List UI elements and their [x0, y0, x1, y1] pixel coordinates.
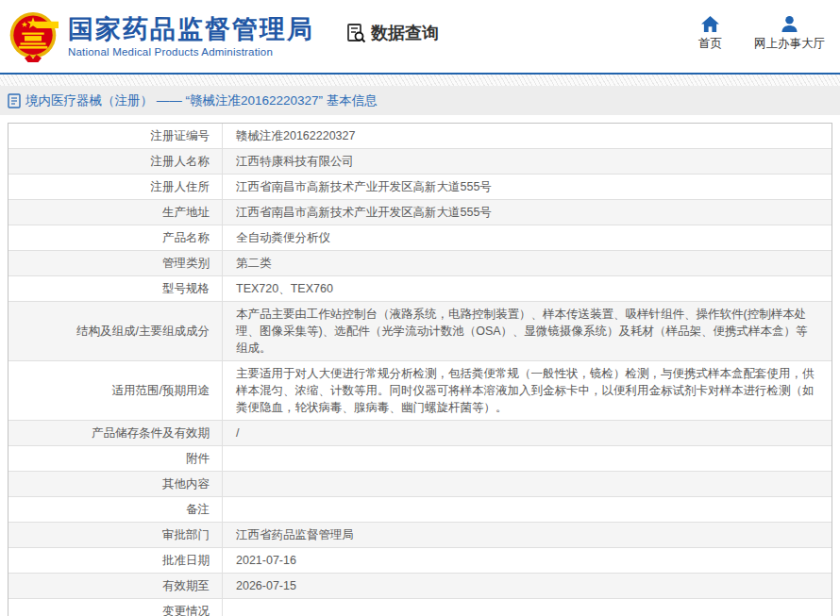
row-label: 注册证编号: [8, 124, 223, 148]
row-value: 全自动粪便分析仪: [223, 225, 832, 250]
breadcrumb: 境内医疗器械（注册） —— “赣械注准20162220327” 基本信息: [0, 86, 840, 115]
document-search-icon: [344, 22, 367, 44]
row-value: /: [223, 421, 832, 445]
table-row: 生产地址江西省南昌市高新技术产业开发区高新大道555号: [8, 199, 832, 225]
table-row: 注册人住所江西省南昌市高新技术产业开发区高新大道555号: [8, 174, 832, 199]
page-title: 境内医疗器械（注册） —— “赣械注准20162220327” 基本信息: [25, 92, 378, 109]
row-label-text: 注册人名称: [151, 153, 210, 170]
row-label: 注册人名称: [8, 149, 223, 174]
row-label: 附件: [8, 446, 223, 471]
row-label-text: 注册人住所: [151, 178, 210, 195]
row-label-text: 产品储存条件及有效期: [92, 425, 210, 441]
row-label-text: 产品名称: [162, 229, 210, 246]
data-query-label: 数据查询: [371, 22, 439, 44]
table-row: 产品名称全自动粪便分析仪: [8, 225, 832, 250]
national-emblem-icon: [8, 9, 59, 64]
row-value: 2021-07-16: [223, 548, 832, 573]
row-label-text: 备注: [186, 501, 210, 518]
row-value: TEX720、TEX760: [223, 276, 832, 301]
table-row: 注册人名称江西特康科技有限公司: [8, 148, 832, 174]
row-label: 管理类别: [8, 251, 223, 275]
nav-home[interactable]: 首页: [698, 16, 722, 52]
row-label: 产品储存条件及有效期: [8, 421, 223, 445]
row-label: 变更情况: [8, 599, 223, 616]
table-row: 结构及组成/主要组成成分本产品主要由工作站控制台（液路系统，电路控制装置）、样本…: [8, 301, 832, 360]
row-label: 注册人住所: [8, 175, 223, 199]
home-icon: [701, 16, 719, 32]
nav-service-hall-label: 网上办事大厅: [754, 36, 825, 52]
table-row: 产品储存条件及有效期/: [8, 420, 832, 445]
row-value: 江西省南昌市高新技术产业开发区高新大道555号: [223, 200, 832, 225]
row-label-text: 变更情况: [162, 603, 210, 616]
row-value: [223, 599, 832, 616]
row-label-text: 其他内容: [162, 475, 210, 492]
row-label-text: 批准日期: [162, 552, 210, 569]
table-row: 型号规格TEX720、TEX760: [8, 275, 832, 301]
row-label-text: 附件: [186, 450, 210, 467]
row-value: 江西省药品监督管理局: [223, 523, 832, 547]
table-row: 注册证编号赣械注准20162220327: [8, 124, 832, 148]
row-label-text: 生产地址: [162, 204, 210, 221]
table-row: 管理类别第二类: [8, 250, 832, 275]
row-label: 有效期至: [8, 574, 223, 598]
row-value: [223, 497, 832, 522]
row-value: 第二类: [223, 251, 832, 275]
row-label: 审批部门: [8, 523, 223, 547]
nav-home-label: 首页: [698, 36, 722, 52]
row-label: 备注: [8, 497, 223, 522]
table-row: 其他内容: [8, 471, 832, 496]
row-label: 其他内容: [8, 472, 223, 496]
row-label-text: 适用范围/预期用途: [112, 382, 210, 399]
registration-info-table: 注册证编号赣械注准20162220327注册人名称江西特康科技有限公司注册人住所…: [8, 123, 832, 616]
row-value: 本产品主要由工作站控制台（液路系统，电路控制装置）、样本传送装置、吸样针组件、操…: [223, 302, 832, 360]
brand-logo: 国家药品监督管理局 National Medical Products Admi…: [8, 9, 314, 64]
row-label: 产品名称: [8, 225, 223, 250]
row-value: 江西特康科技有限公司: [223, 149, 832, 174]
table-row: 审批部门江西省药品监督管理局: [8, 522, 832, 547]
table-row: 变更情况: [8, 598, 832, 616]
table-row: 备注: [8, 496, 832, 522]
data-query-tab[interactable]: 数据查询: [344, 22, 439, 44]
row-value: [223, 472, 832, 496]
table-row: 适用范围/预期用途主要适用于对人大便进行常规分析检测，包括粪便常规（一般性状，镜…: [8, 360, 832, 420]
row-label: 结构及组成/主要组成成分: [8, 302, 223, 360]
table-row: 有效期至2026-07-15: [8, 573, 832, 598]
row-label-text: 有效期至: [162, 577, 210, 594]
row-label: 型号规格: [8, 276, 223, 301]
row-label-text: 注册证编号: [151, 127, 210, 144]
row-value: 江西省南昌市高新技术产业开发区高新大道555号: [223, 175, 832, 199]
top-nav: 首页 网上办事大厅: [698, 16, 825, 52]
table-row: 附件: [8, 445, 832, 471]
row-label-text: 审批部门: [162, 526, 210, 543]
org-name-cn: 国家药品监督管理局: [68, 15, 314, 43]
person-icon: [781, 16, 798, 32]
page-header: 国家药品监督管理局 National Medical Products Admi…: [0, 0, 840, 73]
row-label-text: 型号规格: [162, 280, 210, 297]
row-label: 适用范围/预期用途: [8, 361, 223, 420]
row-value: 2026-07-15: [223, 574, 832, 598]
org-name-en: National Medical Products Administration: [68, 46, 314, 58]
row-label: 生产地址: [8, 200, 223, 225]
row-label-text: 结构及组成/主要组成成分: [76, 323, 210, 340]
row-value: 赣械注准20162220327: [223, 124, 832, 148]
table-row: 批准日期2021-07-16: [8, 547, 832, 573]
hatched-band: [0, 75, 840, 86]
row-label-text: 管理类别: [162, 255, 210, 272]
nav-service-hall[interactable]: 网上办事大厅: [754, 16, 825, 52]
brand-text: 国家药品监督管理局 National Medical Products Admi…: [68, 15, 314, 58]
document-icon: [8, 93, 21, 108]
row-value: 主要适用于对人大便进行常规分析检测，包括粪便常规（一般性状，镜检）检测，与便携式…: [223, 361, 832, 420]
row-label: 批准日期: [8, 548, 223, 573]
row-value: [223, 446, 832, 471]
